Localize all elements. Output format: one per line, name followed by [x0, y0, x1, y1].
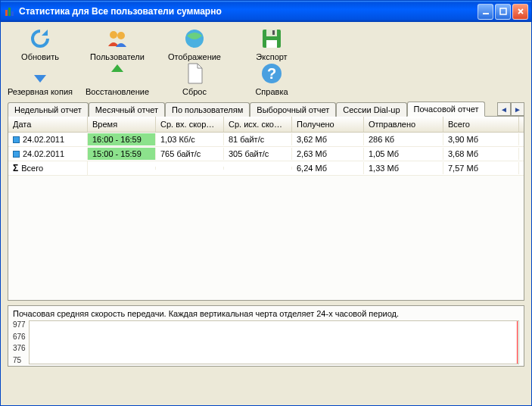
tab-dialup[interactable]: Сессии Dial-up [336, 102, 406, 117]
tab-scroll-left[interactable]: ◄ [497, 102, 511, 116]
reset-label: Сброс [182, 87, 207, 96]
svg-rect-9 [266, 30, 277, 36]
titlebar[interactable]: Статистика для Все пользователи суммарно [1, 1, 531, 22]
chart-plot[interactable] [29, 320, 519, 364]
svg-rect-11 [272, 30, 275, 35]
toolbar: Обновить Пользователи Отображение Экспор… [3, 22, 529, 98]
restore-label: Восстановление [86, 87, 149, 96]
cell-out: 305 байт/с [224, 148, 292, 160]
col-sent[interactable]: Отправлено [364, 117, 443, 132]
col-time[interactable]: Время [88, 117, 156, 132]
maximize-button[interactable] [495, 4, 511, 20]
users-label: Пользователи [90, 52, 145, 61]
cell-total-recv: 6,24 Мб [292, 162, 364, 174]
window-title: Статистика для Все пользователи суммарно [19, 6, 478, 17]
tab-scroll: ◄ ► [497, 102, 524, 116]
svg-text:?: ? [267, 65, 276, 82]
cell-time: 16:00 - 16:59 [88, 133, 156, 145]
backup-label: Резервная копия [8, 87, 73, 96]
tab-scroll-right[interactable]: ► [511, 102, 524, 116]
client-area: Обновить Пользователи Отображение Экспор… [3, 22, 529, 403]
close-button[interactable] [512, 4, 528, 20]
cell-in: 765 байт/с [156, 148, 224, 160]
arrow-down-icon [28, 61, 52, 86]
svg-rect-3 [483, 13, 489, 14]
export-label: Экспорт [256, 52, 287, 61]
chart-area: 977 676 376 75 [13, 320, 519, 364]
col-date[interactable]: Дата [8, 117, 88, 132]
chart-panel: Почасовая средняя скорость передачи. Каж… [8, 305, 524, 367]
grid-total-row[interactable]: ΣВсего 6,24 Мб 1,33 Мб 7,57 Мб [8, 161, 524, 176]
tab-monthly[interactable]: Месячный отчет [89, 102, 165, 117]
tab-bar: Недельный отчет Месячный отчет По пользо… [8, 99, 524, 116]
ytick: 676 [13, 333, 26, 341]
ytick: 75 [13, 356, 26, 364]
app-window: Статистика для Все пользователи суммарно… [0, 0, 532, 406]
reset-button[interactable]: Сброс [160, 61, 229, 96]
svg-rect-4 [500, 8, 506, 14]
arrow-up-icon [105, 61, 129, 86]
cell-date: 24.02.2011 [8, 148, 88, 160]
refresh-label: Обновить [21, 52, 59, 61]
cell-date: 24.02.2011 [8, 133, 88, 145]
col-in-speed[interactable]: Ср. вх. скор… [156, 117, 224, 132]
cell-total: 3,90 Мб [443, 133, 519, 145]
minimize-button[interactable] [478, 4, 493, 20]
window-controls [478, 4, 528, 20]
grid-body: 24.02.2011 16:00 - 16:59 1,03 Кб/с 81 ба… [8, 133, 524, 176]
svg-rect-10 [266, 40, 277, 48]
refresh-button[interactable]: Обновить [6, 27, 74, 61]
ytick: 977 [13, 320, 26, 329]
floppy-icon [260, 27, 284, 51]
users-button[interactable]: Пользователи [83, 27, 151, 61]
display-label: Отображение [168, 52, 221, 61]
svg-rect-0 [5, 10, 8, 16]
cell-recv: 2,63 Мб [292, 148, 364, 160]
tab-custom[interactable]: Выборочный отчет [250, 102, 336, 117]
row-marker-icon [13, 151, 20, 158]
cell-recv: 3,62 Мб [292, 133, 364, 145]
tab-hourly[interactable]: Почасовой отчет [407, 102, 486, 117]
cell-sent: 286 Кб [364, 133, 443, 145]
tab-by-user[interactable]: По пользователям [165, 102, 250, 117]
help-label: Справка [255, 87, 288, 96]
report-panel: Дата Время Ср. вх. скор… Ср. исх. ско… П… [8, 116, 524, 301]
users-icon [105, 27, 129, 51]
restore-button[interactable]: Восстановление [83, 61, 151, 96]
display-icon [182, 27, 207, 51]
svg-point-6 [117, 32, 125, 39]
col-out-speed[interactable]: Ср. исх. ско… [224, 117, 292, 132]
col-total[interactable]: Всего [443, 117, 519, 132]
display-button[interactable]: Отображение [160, 27, 229, 61]
chart-cursor-line [517, 321, 518, 364]
svg-point-5 [110, 31, 117, 39]
help-button[interactable]: ? Справка [238, 61, 306, 96]
cell-total: 3,68 Мб [443, 148, 519, 160]
ytick: 376 [13, 344, 26, 352]
cell-in: 1,03 Кб/с [156, 133, 224, 145]
cell-total-sent: 1,33 Мб [364, 162, 443, 174]
row-marker-icon [13, 136, 20, 143]
chart-y-axis: 977 676 376 75 [13, 320, 29, 364]
cell-total-label: ΣВсего [8, 161, 88, 175]
cell-out: 81 байт/с [224, 133, 292, 145]
app-icon [4, 5, 16, 17]
col-received[interactable]: Получено [292, 117, 364, 132]
help-icon: ? [260, 61, 284, 86]
grid-row[interactable]: 24.02.2011 16:00 - 16:59 1,03 Кб/с 81 ба… [8, 133, 524, 147]
export-button[interactable]: Экспорт [238, 27, 306, 61]
grid-row[interactable]: 24.02.2011 15:00 - 15:59 765 байт/с 305 … [8, 147, 524, 161]
sigma-icon: Σ [13, 163, 18, 173]
svg-rect-1 [8, 8, 11, 16]
backup-button[interactable]: Резервная копия [6, 61, 74, 96]
cell-time: 15:00 - 15:59 [88, 148, 156, 160]
svg-rect-2 [11, 11, 14, 16]
document-icon [182, 61, 207, 86]
cell-sent: 1,05 Мб [364, 148, 443, 160]
data-grid: Дата Время Ср. вх. скор… Ср. исх. ско… П… [8, 117, 524, 300]
tab-weekly[interactable]: Недельный отчет [8, 102, 89, 117]
grid-header: Дата Время Ср. вх. скор… Ср. исх. ско… П… [8, 117, 524, 133]
refresh-icon [28, 27, 52, 51]
chart-caption: Почасовая средняя скорость передачи. Каж… [13, 309, 519, 318]
cell-total-total: 7,57 Мб [443, 162, 519, 174]
